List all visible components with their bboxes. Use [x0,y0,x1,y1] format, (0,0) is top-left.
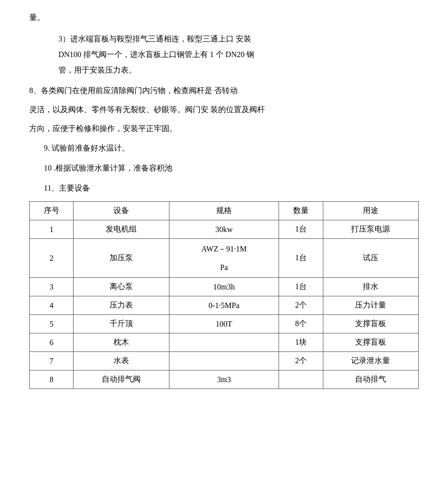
cell-device: 自动排气阀 [74,370,169,389]
table-row: 7水表2个记录泄水量 [30,352,419,370]
cell-use: 支撑盲板 [323,333,418,352]
item11: 11、主要设备 [44,179,419,196]
table-row: 2加压泵AWZ－91·1M Pa1台试压 [30,239,419,278]
cell-spec: 30kw [169,220,279,239]
cell-id: 6 [30,333,74,352]
item9: 9. 试验前准备好水温计。 [44,139,419,156]
paragraph4: 方向，应便于检修和操作，安装平正牢固。 [29,120,419,137]
cell-use: 排水 [323,278,418,296]
cell-id: 2 [30,239,74,278]
cell-qty: 2个 [279,352,323,370]
cell-id: 4 [30,296,74,315]
cell-spec: 10m3h [169,278,279,296]
cell-id: 3 [30,278,74,296]
cell-spec: 3m3 [169,370,279,389]
item10: 10 .根据试验泄水量计算，准备容积池 [44,159,419,176]
table-row: 6枕木1块支撑盲板 [30,333,419,352]
cell-qty: 1台 [279,278,323,296]
cell-device: 千斤顶 [74,315,169,333]
paragraph2: 8、各类阀门在使用前应清除阀门内污物，检查阀杆是 否转动 [29,82,419,99]
cell-use: 打压泵电源 [323,220,418,239]
cell-device: 水表 [74,352,169,370]
cell-device: 加压泵 [74,239,169,278]
cell-use: 压力计量 [323,296,418,315]
table-header-row: 序号 设备 规格 数量 用途 [30,202,419,220]
col-header-id: 序号 [30,202,74,220]
cell-use: 支撑盲板 [323,315,418,333]
top-text: 量。 [29,10,419,25]
paragraph1: 3）进水端盲板与鞍型排气三通相连，鞍型三通上口 安装 DN100 排气阀一个，进… [58,31,419,78]
cell-use: 记录泄水量 [323,352,418,370]
cell-id: 5 [30,315,74,333]
cell-device: 发电机组 [74,220,169,239]
cell-qty: 1台 [279,239,323,278]
col-header-spec: 规格 [169,202,279,220]
cell-device: 压力表 [74,296,169,315]
cell-id: 7 [30,352,74,370]
paragraph1-line1: 3）进水端盲板与鞍型排气三通相连，鞍型三通上口 安装 [58,31,419,47]
cell-use: 自动排气 [323,370,418,389]
paragraph1-line2: DN100 排气阀一个，进水盲板上口钢管上有 1 个 DN20 钢 [58,47,419,62]
cell-device: 枕木 [74,333,169,352]
cell-qty: 1块 [279,333,323,352]
table-row: 1发电机组30kw1台打压泵电源 [30,220,419,239]
cell-spec [169,352,279,370]
col-header-use: 用途 [323,202,418,220]
table-row: 4压力表0-1·5MPa2个压力计量 [30,296,419,315]
paragraph1-line3: 管，用于安装压力表。 [58,62,419,78]
cell-spec: AWZ－91·1M Pa [169,239,279,278]
table-row: 8自动排气阀3m3自动排气 [30,370,419,389]
col-header-qty: 数量 [279,202,323,220]
cell-use: 试压 [323,239,418,278]
cell-device: 离心泵 [74,278,169,296]
cell-qty: 2个 [279,296,323,315]
paragraph3: 灵活，以及阀体、零件等有无裂纹、砂眼等。阀门安 装的位置及阀杆 [29,101,419,118]
equipment-table: 序号 设备 规格 数量 用途 1发电机组30kw1台打压泵电源2加压泵AWZ－9… [29,201,419,389]
cell-qty [279,370,323,389]
cell-id: 8 [30,370,74,389]
table-row: 3离心泵10m3h1台排水 [30,278,419,296]
cell-spec: 0-1·5MPa [169,296,279,315]
cell-spec [169,333,279,352]
table-row: 5千斤顶100T8个支撑盲板 [30,315,419,333]
cell-spec: 100T [169,315,279,333]
cell-id: 1 [30,220,74,239]
col-header-device: 设备 [74,202,169,220]
cell-qty: 8个 [279,315,323,333]
cell-qty: 1台 [279,220,323,239]
